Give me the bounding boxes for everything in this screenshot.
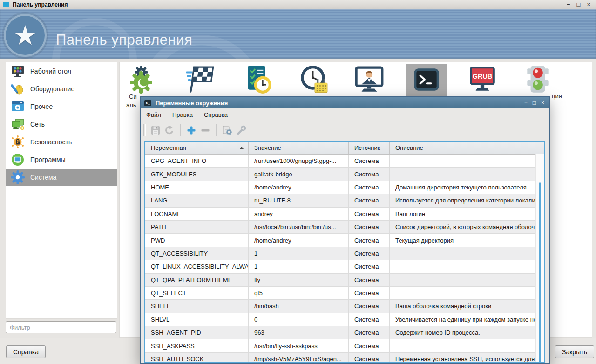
table-cell[interactable]: fly xyxy=(249,274,349,287)
dialog-close-button[interactable]: × xyxy=(541,100,544,106)
table-cell[interactable]: QT_QPA_PLATFORMTHEME xyxy=(145,274,249,287)
table-cell[interactable]: Система xyxy=(349,181,390,194)
table-cell[interactable]: PWD xyxy=(145,234,249,247)
table-row[interactable]: PATH/usr/local/bin:/usr/bin:/bin:/us...С… xyxy=(145,221,544,234)
add-variable-button[interactable] xyxy=(184,123,198,137)
sidebar-item-desktop[interactable]: Рабочий стол xyxy=(6,62,117,80)
column-header-value[interactable]: Значение xyxy=(249,142,349,154)
table-row[interactable]: SHELL/bin/bashСистемаВаша оболочка коман… xyxy=(145,300,544,313)
table-cell[interactable]: 1 xyxy=(249,247,349,260)
table-cell[interactable]: Ваш логин xyxy=(390,208,536,221)
sidebar-item-system[interactable]: Система xyxy=(6,169,117,186)
table-cell[interactable]: SSH_AUTH_SOCK xyxy=(145,353,249,363)
table-cell[interactable]: LOGNAME xyxy=(145,208,249,221)
table-row[interactable]: SSH_AGENT_PID963СистемаСодержит номер ID… xyxy=(145,326,544,339)
table-cell[interactable]: Система xyxy=(349,234,390,247)
table-cell[interactable]: Система xyxy=(349,300,390,313)
table-cell[interactable]: QT_ACCESSIBILITY xyxy=(145,247,249,260)
table-cell[interactable]: Используется для определения категории л… xyxy=(390,194,536,207)
table-cell[interactable]: ru_RU.UTF-8 xyxy=(249,194,349,207)
table-cell[interactable]: /home/andrey xyxy=(249,181,349,194)
table-cell[interactable]: Увеличивается на единицу при каждом запу… xyxy=(390,313,536,326)
table-cell[interactable]: Содержит номер ID процесса. xyxy=(390,326,536,339)
table-cell[interactable]: 1 xyxy=(249,260,349,273)
table-cell[interactable]: Система xyxy=(349,194,390,207)
module-users[interactable] xyxy=(349,64,389,98)
table-cell[interactable]: andrey xyxy=(249,208,349,221)
table-row[interactable]: SHLVL0СистемаУвеличивается на единицу пр… xyxy=(145,313,544,326)
sidebar-item-security[interactable]: Безопасность xyxy=(6,133,117,151)
table-row[interactable]: QT_SELECTqt5Система xyxy=(145,287,544,300)
table-cell[interactable]: /usr/bin/fly-ssh-askpass xyxy=(249,339,349,352)
table-cell[interactable] xyxy=(390,155,536,168)
table-cell[interactable]: Система xyxy=(349,221,390,234)
table-row[interactable]: SSH_ASKPASS/usr/bin/fly-ssh-askpassСисте… xyxy=(145,339,544,352)
module-scheduled-tasks[interactable] xyxy=(237,64,278,98)
table-cell[interactable]: gail:atk-bridge xyxy=(249,168,349,181)
maximize-button[interactable]: □ xyxy=(577,0,581,9)
column-header-description[interactable]: Описание xyxy=(390,142,536,154)
table-cell[interactable]: /home/andrey xyxy=(249,234,349,247)
column-header-variable[interactable]: Переменная xyxy=(145,142,249,154)
table-row[interactable]: GTK_MODULESgail:atk-bridgeСистема xyxy=(145,168,544,181)
table-cell[interactable]: QT_SELECT xyxy=(145,287,249,300)
table-cell[interactable] xyxy=(390,260,536,273)
table-cell[interactable]: SHLVL xyxy=(145,313,249,326)
table-cell[interactable]: Домашняя директория текущего пользовател… xyxy=(390,181,536,194)
help-button[interactable]: Справка xyxy=(6,345,46,358)
table-row[interactable]: HOME/home/andreyСистемаДомашняя директор… xyxy=(145,181,544,194)
undo-button[interactable] xyxy=(163,123,176,137)
table-cell[interactable]: 0 xyxy=(249,313,349,326)
table-cell[interactable]: LANG xyxy=(145,194,249,207)
module-session-autostart[interactable] xyxy=(181,64,221,98)
toolbar-handle[interactable] xyxy=(143,124,146,136)
table-cell[interactable]: Система xyxy=(349,274,390,287)
table-cell[interactable]: Система xyxy=(349,260,390,273)
table-cell[interactable]: SHELL xyxy=(145,300,249,313)
table-cell[interactable]: qt5 xyxy=(249,287,349,300)
table-cell[interactable]: HOME xyxy=(145,181,249,194)
menu-file[interactable]: Файл xyxy=(141,109,167,120)
sidebar-item-misc[interactable]: Прочее xyxy=(6,98,117,115)
table-cell[interactable]: /run/user/1000/gnupg/S.gpg-... xyxy=(249,155,349,168)
sidebar-item-network[interactable]: Сеть xyxy=(6,115,117,133)
module-grub[interactable]: GRUB xyxy=(462,64,502,98)
table-cell[interactable] xyxy=(390,339,536,352)
table-cell[interactable]: Переменная установлена SSH, используется… xyxy=(390,353,536,363)
table-cell[interactable]: Система xyxy=(349,326,390,339)
table-cell[interactable]: SSH_ASKPASS xyxy=(145,339,249,352)
table-cell[interactable]: /usr/local/bin:/usr/bin:/bin:/us... xyxy=(249,221,349,234)
module-date-time[interactable] xyxy=(294,64,334,98)
table-row[interactable]: QT_ACCESSIBILITY1Система xyxy=(145,247,544,260)
table-cell[interactable]: QT_LINUX_ACCESSIBILITY_ALWAYS... xyxy=(145,260,249,273)
sidebar-item-hardware[interactable]: Оборудование xyxy=(6,80,117,98)
table-row[interactable]: QT_LINUX_ACCESSIBILITY_ALWAYS...1Система xyxy=(145,260,544,273)
tools-button[interactable] xyxy=(234,123,248,137)
save-button[interactable] xyxy=(149,123,163,137)
menu-edit[interactable]: Правка xyxy=(167,109,198,120)
dialog-maximize-button[interactable]: □ xyxy=(533,100,536,106)
sidebar-item-programs[interactable]: Программы xyxy=(6,151,117,169)
table-row[interactable]: SSH_AUTH_SOCK/tmp/ssh-V5MzA5Y9FixS/agen.… xyxy=(145,353,544,363)
dialog-titlebar[interactable]: >_ Переменные окружения − □ × xyxy=(141,97,549,108)
table-cell[interactable]: 963 xyxy=(249,326,349,339)
menu-help[interactable]: Справка xyxy=(198,109,233,120)
table-cell[interactable]: Система xyxy=(349,155,390,168)
table-cell[interactable]: GPG_AGENT_INFO xyxy=(145,155,249,168)
remove-variable-button[interactable] xyxy=(198,123,212,137)
table-cell[interactable]: Система xyxy=(349,208,390,221)
scrollbar-thumb[interactable] xyxy=(539,182,541,362)
table-cell[interactable]: Система xyxy=(349,287,390,300)
dialog-minimize-button[interactable]: − xyxy=(524,100,528,106)
table-cell[interactable]: Текущая директория xyxy=(390,234,536,247)
table-row[interactable]: LOGNAMEandreyСистемаВаш логин xyxy=(145,208,544,221)
table-row[interactable]: QT_QPA_PLATFORMTHEMEflyСистема xyxy=(145,274,544,287)
close-button[interactable]: × xyxy=(587,0,590,9)
table-cell[interactable]: Система xyxy=(349,313,390,326)
minimize-button[interactable]: − xyxy=(567,0,570,9)
table-row[interactable]: GPG_AGENT_INFO/run/user/1000/gnupg/S.gpg… xyxy=(145,155,544,168)
table-scrollbar[interactable] xyxy=(535,154,544,362)
table-cell[interactable]: /bin/bash xyxy=(249,300,349,313)
table-cell[interactable]: SSH_AGENT_PID xyxy=(145,326,249,339)
module-environment-variables[interactable] xyxy=(406,64,447,98)
